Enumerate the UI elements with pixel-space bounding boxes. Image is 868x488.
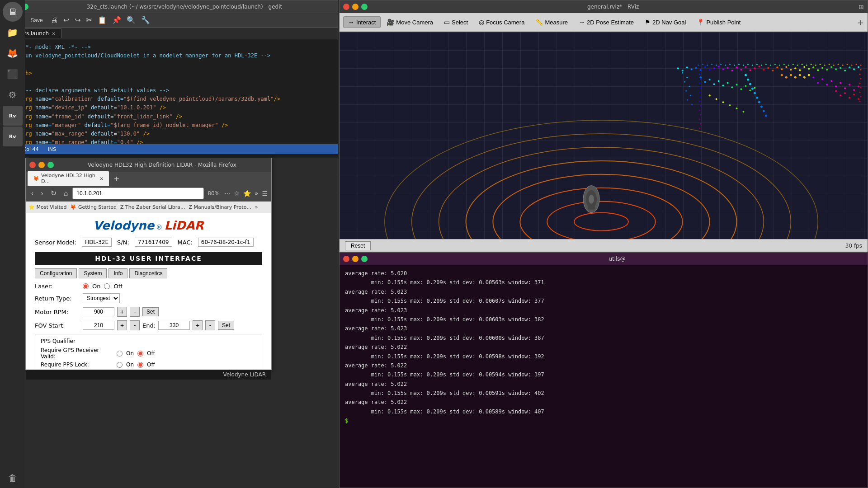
rviz-extra-icon[interactable]: ⊞	[859, 3, 864, 10]
sidebar-icon-system[interactable]: 🖥	[3, 2, 23, 22]
measure-tool[interactable]: 📏 Measure	[530, 16, 573, 28]
bm-manuals[interactable]: Z Manuals/Binary Proto...	[189, 204, 251, 210]
rviz-max-btn[interactable]	[361, 4, 368, 10]
url-bar[interactable]	[72, 188, 204, 199]
bm-getting-started[interactable]: 🦊 Getting Started	[70, 204, 117, 210]
back-button[interactable]: ‹	[28, 188, 36, 198]
config-tab-system[interactable]: System	[79, 268, 107, 278]
terminal-max-btn[interactable]	[361, 256, 368, 262]
pps-lock-on-radio[interactable]	[117, 362, 123, 368]
left-sidebar: 🖥 📁 🦊 ⬛ ⚙ Rv Rv 🗑	[0, 0, 25, 488]
home-button[interactable]: ⌂	[61, 188, 71, 198]
sidebar-icon-files[interactable]: 📁	[3, 23, 23, 42]
svg-point-22	[722, 68, 724, 70]
gps-off-label: Off	[147, 350, 155, 357]
code-line: <arg name="device_ip" default="10.1.0.20…	[6, 103, 332, 112]
config-tab-configuration[interactable]: Configuration	[35, 268, 77, 278]
gps-receiver-row: Require GPS Receiver Valid: On Off	[41, 347, 256, 360]
search-icon[interactable]: 🔍	[125, 15, 137, 25]
laser-on-label: On	[92, 283, 100, 290]
svg-point-34	[776, 66, 778, 68]
new-tab-icon[interactable]: +	[110, 174, 123, 183]
star-icon[interactable]: ⭐	[242, 189, 252, 198]
mac-label: MAC:	[178, 239, 193, 246]
terminal-close-btn[interactable]	[343, 256, 349, 262]
rviz-add-icon[interactable]: +	[857, 18, 864, 27]
2d-nav-icon: ⚑	[645, 19, 651, 26]
config-tab-diagnostics[interactable]: Diagnostics	[129, 268, 167, 278]
sidebar-icon-settings[interactable]: ⚙	[3, 85, 23, 105]
svg-point-2	[520, 188, 682, 239]
copy-icon[interactable]: 📋	[96, 15, 108, 25]
rviz-viewport[interactable]	[340, 32, 868, 239]
firefox-tab-close[interactable]: ✕	[100, 176, 104, 181]
sidebar-icon-rviz2[interactable]: Rv	[3, 127, 23, 146]
hamburger-menu[interactable]: ☰	[261, 189, 269, 198]
reset-button[interactable]: Reset	[345, 241, 371, 250]
bm-more[interactable]: »	[255, 204, 258, 210]
pps-lock-off-radio[interactable]	[137, 362, 143, 368]
replace-icon[interactable]: 🔧	[139, 15, 152, 25]
config-tab-info[interactable]: Info	[108, 268, 127, 278]
motor-rpm-set[interactable]: Set	[142, 307, 159, 316]
gps-recv-off-radio[interactable]	[137, 351, 143, 357]
reload-button[interactable]: ↻	[48, 188, 59, 198]
firefox-close-btn[interactable]	[29, 162, 36, 168]
print-icon[interactable]: 🖨	[49, 15, 60, 25]
motor-rpm-minus[interactable]: -	[130, 307, 140, 317]
fov-start-minus[interactable]: -	[130, 320, 140, 330]
svg-point-147	[859, 83, 861, 84]
bm-zaber[interactable]: Z The Zaber Serial Libra...	[120, 204, 185, 210]
save-button[interactable]: Save	[26, 16, 47, 25]
rviz-min-btn[interactable]	[352, 4, 359, 10]
fov-end-minus[interactable]: -	[205, 320, 215, 330]
focus-camera-tool[interactable]: ◎ Focus Camera	[474, 16, 529, 28]
svg-point-157	[699, 92, 700, 93]
code-editor[interactable]: <!-- -*- mode: XML -*- --> <!-- run velo…	[0, 39, 338, 144]
redo-icon[interactable]: ↪	[73, 15, 82, 25]
move-camera-tool[interactable]: 🎥 Move Camera	[382, 16, 438, 28]
terminal-min-btn[interactable]	[352, 256, 359, 262]
fov-set[interactable]: Set	[218, 321, 234, 330]
bookmark-icon[interactable]: ☆	[233, 189, 241, 198]
rviz-close-btn[interactable]	[343, 4, 349, 10]
2d-nav-tool[interactable]: ⚑ 2D Nav Goal	[640, 16, 691, 28]
motor-rpm-label: Motor RPM:	[35, 309, 80, 315]
publish-point-tool[interactable]: 📍 Publish Point	[692, 16, 745, 28]
return-type-select[interactable]: Strongest Last Dual	[83, 293, 120, 303]
fov-start-input[interactable]	[83, 321, 114, 330]
2d-pose-tool[interactable]: → 2D Pose Estimate	[574, 16, 639, 28]
paste-icon[interactable]: 📌	[110, 15, 123, 25]
svg-point-124	[774, 64, 776, 65]
laser-radio-group: On Off	[83, 283, 123, 290]
fov-end-input[interactable]	[158, 321, 190, 330]
laser-on-radio[interactable]	[83, 283, 89, 289]
motor-rpm-input[interactable]: 900	[83, 307, 114, 316]
undo-icon[interactable]: ↩	[61, 15, 71, 25]
laser-off-radio[interactable]	[104, 283, 110, 289]
interact-tool[interactable]: ↔ Interact	[343, 16, 381, 28]
sidebar-icon-rviz[interactable]: Rv	[3, 106, 23, 126]
tab-close-icon[interactable]: ✕	[52, 31, 55, 36]
terminal-output[interactable]: average rate: 5.020 min: 0.155s max: 0.2…	[340, 265, 868, 488]
gps-recv-on-radio[interactable]	[117, 351, 123, 357]
sidebar-toggle[interactable]: »	[254, 189, 259, 198]
forward-button[interactable]: ›	[38, 188, 46, 198]
motor-rpm-plus[interactable]: +	[117, 307, 127, 317]
bm-most-visited[interactable]: ⭐ Most Visited	[28, 204, 66, 210]
fov-start-plus[interactable]: +	[117, 320, 127, 330]
svg-point-64	[749, 89, 751, 91]
firefox-min-btn[interactable]	[38, 162, 45, 168]
svg-point-24	[731, 70, 733, 71]
sidebar-icon-misc[interactable]: 🗑	[3, 468, 23, 488]
firefox-tab-active[interactable]: 🦊 Velodyne HDL32 High D... ✕	[28, 171, 109, 186]
svg-point-18	[704, 66, 706, 68]
select-tool[interactable]: ▭ Select	[439, 16, 473, 28]
fov-end-plus[interactable]: +	[193, 320, 203, 330]
sidebar-icon-firefox[interactable]: 🦊	[3, 43, 23, 63]
firefox-max-btn[interactable]	[47, 162, 54, 168]
cut-icon[interactable]: ✂	[85, 15, 94, 25]
more-btn[interactable]: ···	[223, 189, 231, 198]
sidebar-icon-terminal[interactable]: ⬛	[3, 64, 23, 84]
svg-point-96	[729, 104, 731, 106]
